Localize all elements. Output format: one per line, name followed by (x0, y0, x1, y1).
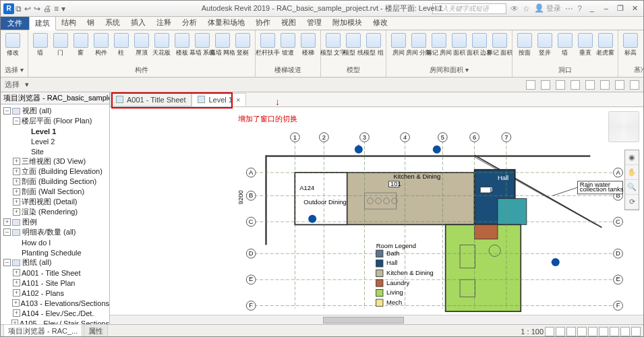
viewctrl-icon[interactable] (599, 327, 608, 336)
tree-node[interactable]: +A103 - Elevations/Sections (1, 298, 109, 308)
ribbon-button[interactable]: 按面 (515, 32, 534, 57)
ribbon-button[interactable]: 屋顶 (132, 32, 151, 57)
ribbon-button[interactable]: 柱 (112, 32, 131, 57)
viewctrl-icon[interactable] (556, 327, 565, 336)
ribbon-min-icon[interactable]: _ (586, 4, 598, 12)
ribbon-tab[interactable]: 视图 (276, 16, 301, 30)
tree-twisty-icon[interactable]: + (13, 198, 20, 206)
opts-icon[interactable] (630, 80, 639, 90)
viewctrl-icon[interactable] (566, 327, 576, 336)
opts-icon[interactable] (526, 80, 535, 90)
nav-wheel-icon[interactable]: ◉ (625, 150, 639, 165)
tree-node[interactable]: +图例 (1, 217, 109, 227)
help-icon[interactable]: ? (577, 4, 582, 13)
project-browser-tree[interactable]: –视图 (all)–楼层平面 (Floor Plan)Level 1Level … (1, 104, 109, 324)
ribbon-button[interactable]: 轴网 (641, 32, 643, 57)
nav-pan-icon[interactable]: ✋ (625, 165, 639, 180)
star-icon[interactable]: ☆ (523, 4, 530, 13)
viewcube[interactable] (608, 111, 639, 142)
nav-orbit-icon[interactable]: ⟳ (625, 195, 639, 210)
tree-node[interactable]: +A102 - Plans (1, 288, 109, 298)
tree-node[interactable]: –明细表/数量 (all) (1, 227, 109, 237)
tree-node[interactable]: +渲染 (Rendering) (1, 207, 109, 217)
document-tab[interactable]: Level 1× (192, 93, 246, 106)
ribbon-tab[interactable]: 修改 (368, 16, 393, 30)
tree-twisty-icon[interactable]: + (3, 218, 11, 226)
ribbon-button[interactable]: 老虎窗 (596, 32, 615, 57)
ribbon-tab[interactable]: 结构 (56, 16, 82, 30)
qat-dropdown-icon[interactable]: ▾ (61, 4, 65, 13)
status-tab[interactable]: 属性 (84, 324, 108, 337)
ribbon-tab[interactable]: 系统 (100, 16, 125, 30)
opts-icon[interactable] (585, 80, 595, 90)
opts-icon[interactable] (615, 80, 624, 90)
viewctrl-icon[interactable] (631, 327, 641, 336)
tree-twisty-icon[interactable]: + (13, 158, 20, 165)
ribbon-button[interactable]: 模型 组 (364, 32, 383, 57)
tree-node[interactable]: +详图视图 (Detail) (1, 197, 109, 207)
tree-node[interactable]: +三维视图 (3D View) (1, 156, 109, 166)
status-tab[interactable]: 项目浏览器 - RAC_... (3, 324, 82, 337)
ribbon-tab[interactable]: 插入 (125, 16, 151, 30)
tree-node[interactable]: –视图 (all) (1, 106, 109, 116)
dropdown-icon[interactable]: ▾ (25, 80, 29, 89)
floor-plan-drawing[interactable]: 1234567AABBCCDDEEFF9200Kitchen & DiningO… (231, 126, 637, 317)
opts-icon[interactable] (541, 80, 550, 90)
infocenter-icon[interactable]: 👁 (510, 4, 519, 13)
tree-node[interactable]: +A105 - Elev./ Stair Sections (1, 318, 109, 324)
window-close-icon[interactable]: ✕ (628, 4, 641, 13)
ribbon-button[interactable]: 坡道 (279, 32, 297, 57)
ribbon-tab[interactable]: 体量和场地 (202, 16, 250, 30)
quick-access-toolbar[interactable]: ⧉ ↩ ↪ 🖨 ≡ ▾ (16, 4, 65, 13)
ribbon-tab[interactable]: 附加模块 (327, 16, 368, 30)
viewctrl-icon[interactable] (545, 327, 554, 336)
ribbon-button[interactable]: 门 (51, 32, 70, 57)
viewctrl-icon[interactable] (588, 327, 597, 336)
opts-icon[interactable] (570, 80, 580, 90)
document-tab[interactable]: A001 - Title Sheet (110, 93, 192, 106)
scrollbar-thumb[interactable] (323, 317, 404, 324)
ribbon-button[interactable]: 构件 (92, 32, 111, 57)
tree-twisty-icon[interactable]: – (3, 259, 11, 266)
ribbon-button[interactable]: 天花板 (152, 32, 171, 57)
tree-node[interactable]: +剖面 (Building Section) (1, 177, 109, 187)
ribbon-button[interactable]: 标记 面积 (490, 32, 509, 57)
file-menu-button[interactable]: 文件 (1, 17, 29, 30)
tree-twisty-icon[interactable]: + (13, 309, 20, 317)
ribbon-button[interactable]: 幕墙 网格 (213, 32, 232, 57)
tree-twisty-icon[interactable]: + (13, 208, 20, 216)
ribbon-button[interactable]: 垂直 (576, 32, 595, 57)
window-min-icon[interactable]: – (600, 4, 612, 12)
scale-label[interactable]: 1 : 100 (521, 328, 544, 336)
ribbon-button[interactable]: 修改 (3, 32, 22, 57)
ribbon-button[interactable]: 窗 (71, 32, 90, 57)
help-search-input[interactable]: 键入关键字或短语 (432, 3, 506, 14)
signin-button[interactable]: 👤 登录 (534, 3, 561, 13)
tree-twisty-icon[interactable]: – (3, 107, 11, 115)
ribbon-tab[interactable]: 协作 (250, 16, 276, 30)
opts-icon[interactable] (600, 80, 610, 90)
tree-twisty-icon[interactable]: + (13, 188, 20, 195)
ribbon-button[interactable]: 标高 (621, 32, 640, 57)
drawing-canvas[interactable]: A001 - Title SheetLevel 1× ↓ 增加了窗口的切换 12… (110, 92, 643, 324)
tree-twisty-icon[interactable]: – (13, 117, 20, 125)
qat-icon[interactable]: 🖨 (43, 4, 51, 13)
ribbon-button[interactable]: 墙 (556, 32, 575, 57)
tree-node[interactable]: +A001 - Title Sheet (1, 268, 109, 278)
ribbon-button[interactable]: 墙 (31, 32, 50, 57)
viewctrl-icon[interactable] (577, 327, 587, 336)
tree-node[interactable]: Level 1 (1, 126, 109, 136)
close-icon[interactable]: × (236, 96, 240, 104)
ribbon-tab[interactable]: 建筑 (29, 16, 56, 30)
ribbon-button[interactable]: 竖梃 (233, 32, 252, 57)
tree-twisty-icon[interactable]: + (13, 168, 20, 175)
ribbon-tab[interactable]: 管理 (301, 16, 327, 30)
ribbon-button[interactable]: 模型 线 (344, 32, 363, 57)
exchange-icon[interactable]: ⋯ (565, 4, 573, 13)
tree-twisty-icon[interactable]: + (12, 299, 19, 307)
tree-twisty-icon[interactable]: – (3, 228, 11, 236)
tree-twisty-icon[interactable]: + (11, 319, 18, 324)
tree-node[interactable]: How do I (1, 237, 109, 247)
qat-icon[interactable]: ↪ (34, 4, 40, 13)
qat-icon[interactable]: ⧉ (16, 4, 22, 13)
